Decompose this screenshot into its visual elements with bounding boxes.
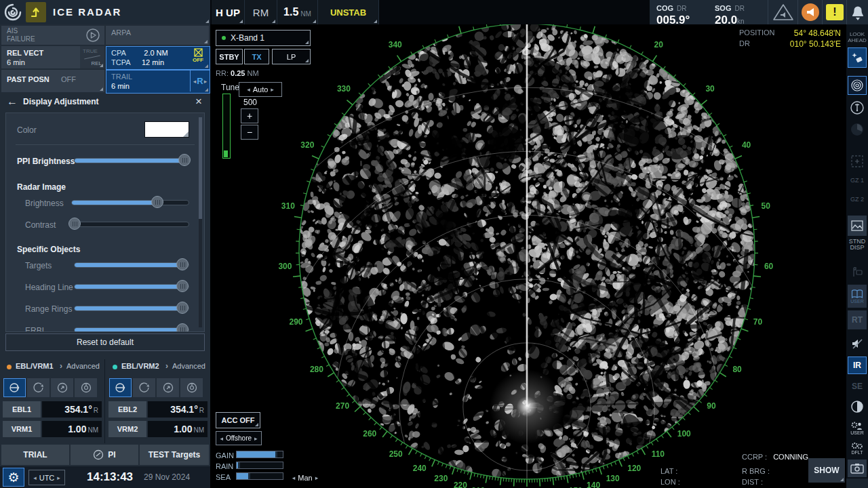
color-swatch-dropdown[interactable] bbox=[144, 121, 189, 138]
ir-toggle[interactable]: IR bbox=[848, 357, 867, 374]
tx-button[interactable]: TX bbox=[244, 49, 269, 64]
timezone-stepper[interactable]: ◂ UTC ▸ bbox=[28, 470, 65, 485]
tune-mode-stepper[interactable]: ◂ Auto ▸ bbox=[239, 82, 282, 97]
back-arrow-button[interactable]: ← bbox=[7, 96, 18, 108]
screenshot-button[interactable] bbox=[848, 460, 867, 477]
past-posn-cell[interactable]: PAST POSN OFF bbox=[1, 70, 104, 92]
ebl1-value[interactable]: 354.1° R bbox=[42, 401, 102, 418]
day-night-button[interactable] bbox=[848, 399, 867, 415]
ebl-vrm2-advanced-link[interactable]: Advanced bbox=[172, 362, 205, 370]
heading-line-slider[interactable] bbox=[74, 280, 189, 292]
ais-status-cell[interactable]: AIS FAILURE bbox=[1, 26, 104, 45]
stby-button[interactable]: STBY bbox=[216, 49, 243, 64]
acc-dropdown[interactable]: ACC OFF bbox=[216, 412, 260, 428]
ebl1-mode4-button[interactable] bbox=[75, 378, 97, 397]
se-toggle[interactable]: SE bbox=[848, 380, 867, 393]
gain-slider[interactable] bbox=[236, 451, 283, 458]
acquisition-zone-button[interactable] bbox=[848, 153, 867, 169]
pi-button[interactable]: PI bbox=[71, 445, 138, 465]
true-rel-toggle[interactable]: TRUE REL bbox=[80, 46, 104, 68]
home-button[interactable] bbox=[26, 2, 46, 22]
tune-slider[interactable] bbox=[222, 94, 231, 159]
reset-to-default-button[interactable]: Reset to default bbox=[5, 333, 205, 351]
targets-slider[interactable] bbox=[74, 258, 189, 270]
cursor-lon-label: LON : bbox=[660, 478, 680, 486]
brightness-slider[interactable] bbox=[71, 196, 189, 208]
ebl-vrm1-advanced-link[interactable]: Advanced bbox=[66, 362, 100, 370]
timer-button[interactable] bbox=[848, 121, 867, 138]
alarm-sound-button[interactable] bbox=[797, 0, 823, 24]
clock-time: 14:13:43 bbox=[87, 470, 133, 484]
vector-mode-cell[interactable]: REL VECT 6 min TRUE REL bbox=[1, 46, 104, 68]
ebl1-mode1-button[interactable] bbox=[3, 378, 26, 397]
test-targets-button[interactable]: TEST Targets bbox=[140, 445, 209, 465]
ebl-vrm1-header: EBL/VRM1 bbox=[16, 362, 54, 370]
position-readout: POSITION 54° 48.648'N DR 010° 50.143'E bbox=[739, 28, 841, 49]
band-select-dropdown[interactable]: X-Band 1 bbox=[216, 30, 311, 46]
trail-cell[interactable]: TRAIL 6 min ◂ R ▸ bbox=[106, 70, 210, 94]
close-icon[interactable]: × bbox=[195, 95, 202, 108]
scrollbar-track[interactable] bbox=[199, 117, 202, 327]
radar-ppi-display[interactable] bbox=[210, 24, 846, 488]
zoom-in-button[interactable]: + bbox=[241, 108, 258, 123]
sea-slider[interactable] bbox=[236, 472, 283, 480]
stabilization-button[interactable]: UNSTAB bbox=[318, 0, 379, 24]
chart-overlay-button[interactable] bbox=[848, 216, 867, 236]
annotation-button[interactable] bbox=[848, 263, 867, 281]
vrm2-value[interactable]: 1.00 NM bbox=[148, 421, 208, 437]
titlebar-menu-corner[interactable] bbox=[202, 16, 210, 24]
bell-icon bbox=[850, 3, 866, 21]
ebl1-mode2-button[interactable] bbox=[27, 378, 50, 397]
orientation-mode-button[interactable]: H UP bbox=[212, 0, 245, 24]
vrm2-label[interactable]: VRM2 bbox=[108, 421, 146, 437]
ebl2-value[interactable]: 354.1° R bbox=[148, 401, 208, 418]
specific-objects-header: Specific Objects bbox=[17, 245, 80, 254]
vrm1-label[interactable]: VRM1 bbox=[3, 421, 41, 437]
motion-mode-button[interactable]: RM bbox=[245, 0, 277, 24]
show-button[interactable]: SHOW bbox=[808, 458, 845, 483]
display-adjustment-panel: Color PPI Brightness Radar Image Brightn… bbox=[5, 113, 205, 332]
ebl2-mode3-button[interactable] bbox=[157, 378, 179, 397]
camera-icon bbox=[850, 463, 864, 474]
radar-application: ICE RADAR H UP RM 1.5 NM UNSTAB COGDR 00… bbox=[0, 0, 868, 488]
trial-button[interactable]: TRIAL bbox=[1, 445, 69, 465]
antenna-button[interactable] bbox=[848, 99, 867, 117]
ebl2-mode2-button[interactable] bbox=[133, 378, 155, 397]
range-button[interactable]: 1.5 NM bbox=[277, 0, 318, 24]
user-settings-button[interactable]: USER bbox=[848, 419, 867, 438]
scrollbar-thumb bbox=[199, 117, 202, 219]
user-chart-button[interactable]: USER bbox=[848, 285, 867, 308]
ebl2-mode4-button[interactable] bbox=[180, 378, 203, 397]
guard-zone1-button[interactable]: GZ 1 bbox=[846, 178, 868, 184]
alert-acknowledge-button[interactable]: ! bbox=[822, 0, 847, 24]
guard-zone2-button[interactable]: GZ 2 bbox=[846, 197, 868, 203]
pulse-length-button[interactable]: LP bbox=[272, 49, 311, 64]
vrm1-value[interactable]: 1.00 NM bbox=[42, 421, 102, 437]
sea-mode-stepper[interactable]: ◂ Man ▸ bbox=[288, 472, 323, 483]
settings-gear-button[interactable]: ⚙ bbox=[3, 468, 24, 487]
alarm-triangle-button[interactable] bbox=[768, 0, 798, 24]
range-rings-slider[interactable] bbox=[74, 302, 189, 314]
ebl1-mode3-button[interactable] bbox=[51, 378, 73, 397]
arpa-cell[interactable]: ARPA bbox=[106, 26, 209, 45]
area-mode-stepper[interactable]: ◂ Offshore ▸ bbox=[216, 431, 262, 445]
ppi-brightness-slider[interactable] bbox=[74, 154, 188, 166]
default-settings-button[interactable]: DFLT bbox=[848, 439, 867, 457]
cpa-tcpa-cell[interactable]: CPA 2.0 NM TCPA 12 min OFF bbox=[106, 46, 210, 70]
ebl2-label[interactable]: EBL2 bbox=[108, 401, 146, 418]
ebl2-mode1-button[interactable] bbox=[109, 378, 132, 397]
sog-readout: SOGDR 20.0kn bbox=[715, 1, 745, 27]
contrast-slider[interactable] bbox=[71, 218, 189, 230]
trail-mode-stepper[interactable]: ◂ R ▸ bbox=[190, 70, 210, 92]
alerts-bell-button[interactable] bbox=[846, 0, 868, 24]
zoom-out-button[interactable]: − bbox=[241, 125, 258, 140]
rt-button[interactable]: RT bbox=[848, 310, 867, 329]
erbl-slider[interactable] bbox=[74, 323, 189, 332]
sidebar-bottom-cell[interactable] bbox=[846, 479, 868, 488]
concentric-rings-icon bbox=[850, 79, 864, 92]
mute-button[interactable] bbox=[848, 335, 867, 352]
rain-slider[interactable] bbox=[236, 462, 283, 469]
look-ahead-toggle[interactable] bbox=[848, 47, 867, 68]
ebl1-label[interactable]: EBL1 bbox=[3, 401, 41, 418]
rings-display-toggle[interactable] bbox=[848, 76, 867, 95]
